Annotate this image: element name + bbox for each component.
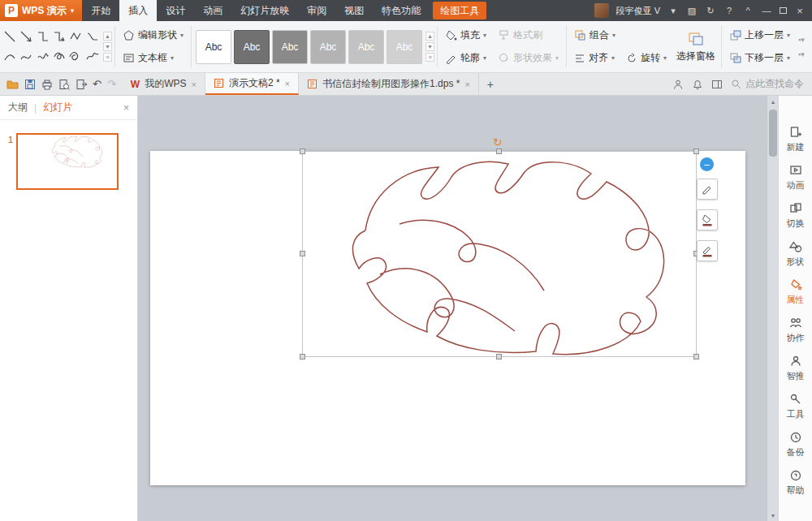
notification-icon[interactable]	[692, 79, 703, 90]
step-shape[interactable]	[84, 26, 101, 47]
close-tab-icon[interactable]: ×	[285, 79, 290, 88]
redo-icon[interactable]: ↷	[107, 78, 116, 90]
save-icon[interactable]	[24, 79, 36, 90]
selection-pane-button[interactable]: 选择窗格	[672, 21, 719, 72]
sidebar-item-new[interactable]: 新建	[779, 120, 812, 158]
wave-shape[interactable]	[35, 47, 51, 68]
minimize-button[interactable]: —	[761, 6, 772, 15]
gallery-up-icon[interactable]: ▲	[103, 32, 112, 41]
selection-handle[interactable]	[496, 354, 502, 360]
help-icon[interactable]: ?	[723, 6, 735, 15]
more-layer-up-icon[interactable]: ▪▾	[798, 36, 805, 44]
selection-handle[interactable]	[300, 149, 305, 154]
doc-tab-letter-envelope[interactable]: 书信信封绘制用图形操作1.dps * ×	[299, 73, 479, 95]
tab-animation[interactable]: 动画	[194, 0, 231, 21]
sidebar-item-animation[interactable]: 动画	[779, 158, 812, 196]
quick-edit-shape-button[interactable]	[697, 179, 718, 200]
selection-handle[interactable]	[693, 354, 699, 360]
sidebar-item-tools[interactable]: 工具	[779, 387, 812, 425]
doc-tab-presentation2[interactable]: 演示文稿2 * ×	[205, 73, 299, 95]
collapse-quick-tools-button[interactable]: –	[700, 157, 714, 171]
print-icon[interactable]	[41, 79, 53, 90]
sidebar-item-help[interactable]: 帮助	[779, 463, 812, 502]
editing-canvas[interactable]: ↻ – ▲ ▼	[138, 96, 778, 521]
sidebar-item-shapes[interactable]: 形状	[779, 235, 812, 273]
collapse-ribbon-icon[interactable]: ^	[742, 6, 754, 15]
tab-drawing-tools[interactable]: 绘图工具	[433, 2, 486, 19]
outline-button[interactable]: 轮廓▾	[443, 50, 489, 67]
text-box-button[interactable]: 文本框▾	[120, 50, 186, 67]
elbow-connector-shape[interactable]	[35, 26, 51, 47]
freeform-shape[interactable]	[67, 47, 84, 68]
selection-handle[interactable]	[300, 251, 305, 256]
sidebar-item-smart[interactable]: 智推	[779, 349, 812, 387]
scroll-up-icon[interactable]: ▲	[767, 96, 778, 107]
format-painter-button[interactable]: 格式刷	[495, 27, 561, 45]
shape-style-5[interactable]: Abc	[348, 30, 384, 64]
undo-icon[interactable]: ↶	[93, 78, 102, 90]
elbow-arrow-shape[interactable]	[51, 26, 67, 47]
shape-style-2[interactable]: Abc	[234, 30, 270, 64]
restore-button[interactable]	[780, 7, 787, 14]
align-button[interactable]: 对齐▾	[572, 50, 617, 67]
zigzag-shape[interactable]	[67, 26, 84, 47]
close-tab-icon[interactable]: ×	[191, 80, 196, 89]
tab-view[interactable]: 视图	[335, 0, 373, 21]
selection-handle[interactable]	[693, 149, 699, 154]
tab-review[interactable]: 审阅	[298, 0, 335, 21]
sync-icon[interactable]: ↻	[705, 6, 716, 16]
selection-handle[interactable]	[496, 149, 502, 154]
vertical-scrollbar[interactable]: ▲ ▼	[767, 96, 778, 521]
loop-shape[interactable]	[51, 47, 67, 68]
panel-layout-icon[interactable]	[711, 79, 723, 90]
arrow-shape[interactable]	[18, 26, 34, 47]
command-search[interactable]: 点此查找命令	[731, 77, 804, 91]
export-icon[interactable]	[76, 79, 87, 90]
rotate-button[interactable]: 旋转▾	[624, 50, 669, 67]
close-button[interactable]: ×	[794, 5, 806, 17]
gallery-down-icon[interactable]: ▼	[103, 42, 112, 51]
sidebar-item-properties[interactable]: 属性	[779, 273, 812, 311]
tab-special-features[interactable]: 特色功能	[373, 0, 430, 21]
more-layer-down-icon[interactable]: ▪▾	[798, 50, 805, 58]
shape-selection-box[interactable]: ↻	[302, 151, 697, 357]
tab-slideshow[interactable]: 幻灯片放映	[231, 0, 298, 21]
s-curve-shape[interactable]	[18, 47, 34, 68]
arc-shape[interactable]	[2, 47, 18, 68]
style-up-icon[interactable]: ▲	[425, 32, 434, 41]
app-menu-button[interactable]: P WPS 演示 ▾	[0, 0, 82, 21]
skin-icon[interactable]: ▨	[686, 6, 698, 16]
style-more-icon[interactable]: ≡	[425, 53, 434, 62]
gallery-more-icon[interactable]: ≡	[103, 53, 112, 62]
chevron-down-icon[interactable]: ▾	[667, 6, 679, 16]
new-tab-button[interactable]: +	[479, 73, 502, 95]
outline-tab[interactable]: 大纲	[8, 101, 28, 114]
bring-forward-button[interactable]: 上移一层▾	[727, 27, 793, 45]
open-folder-icon[interactable]	[6, 79, 19, 90]
user-name[interactable]: 段宇俊亚 V	[616, 5, 660, 17]
sidebar-item-collaboration[interactable]: 协作	[779, 311, 812, 349]
quick-fill-button[interactable]	[697, 209, 718, 230]
quick-outline-button[interactable]	[697, 240, 718, 261]
send-backward-button[interactable]: 下移一层▾	[727, 50, 793, 67]
tab-home[interactable]: 开始	[82, 0, 119, 21]
print-preview-icon[interactable]	[58, 79, 70, 90]
user-avatar[interactable]	[594, 3, 609, 18]
tab-design[interactable]: 设计	[157, 0, 194, 21]
shape-style-4[interactable]: Abc	[310, 30, 346, 64]
selection-handle[interactable]	[300, 354, 305, 360]
close-panel-icon[interactable]: ×	[123, 102, 129, 114]
shape-style-6[interactable]: Abc	[387, 30, 422, 64]
scrollbar-thumb[interactable]	[769, 110, 777, 157]
scroll-down-icon[interactable]: ▼	[767, 510, 778, 521]
scribble-shape[interactable]	[84, 47, 101, 68]
shape-style-3[interactable]: Abc	[272, 30, 308, 64]
share-icon[interactable]	[672, 79, 684, 90]
slide-1-thumbnail[interactable]	[16, 133, 119, 190]
style-down-icon[interactable]: ▼	[425, 42, 434, 51]
edit-shape-button[interactable]: 编辑形状▾	[120, 27, 186, 45]
slides-tab[interactable]: 幻灯片	[43, 101, 72, 114]
line-shape[interactable]	[2, 26, 18, 47]
rotation-handle[interactable]: ↻	[493, 136, 503, 148]
shape-effects-button[interactable]: 形状效果▾	[495, 50, 561, 67]
